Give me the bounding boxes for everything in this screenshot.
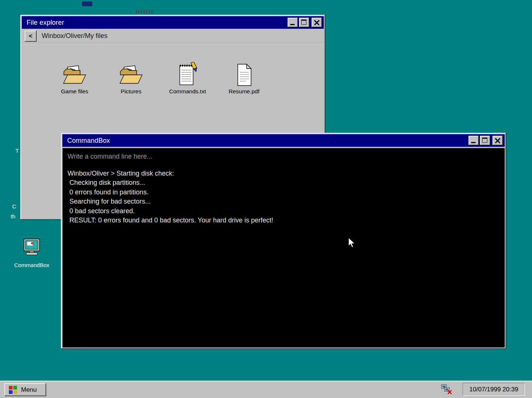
file-label: Game files [61, 88, 88, 95]
maximize-icon[interactable] [480, 136, 490, 145]
taskbar-clock[interactable]: 10/07/1999 20:39 [463, 383, 525, 396]
network-disconnected-icon[interactable] [441, 384, 452, 394]
partial-desktop-icon-fragment [82, 1, 92, 6]
file-list: Game files Pictures [22, 62, 324, 95]
notepad-text-file-icon [175, 62, 200, 86]
minimize-icon[interactable] [288, 18, 298, 27]
close-icon[interactable] [312, 18, 322, 27]
file-label: Pictures [121, 88, 141, 95]
terminal-line: RESULT: 0 errors found and 0 bad sectors… [68, 216, 500, 225]
file-item-pictures[interactable]: Pictures [107, 62, 155, 95]
folder-icon [119, 62, 143, 86]
file-item-commands-txt[interactable]: Commands.txt [164, 62, 212, 95]
mouse-cursor [348, 237, 357, 250]
terminal-line: 0 bad sectors cleared. [68, 207, 500, 216]
commandbox-titlebar[interactable]: CommandBox [62, 134, 505, 147]
window-title: CommandBox [67, 137, 467, 145]
terminal-line: Checking disk partitions... [68, 178, 500, 187]
terminal-line: 0 errors found in partitions. [68, 188, 500, 197]
partial-desktop-icon-label: T [16, 148, 19, 154]
window-title: File explorer [27, 19, 286, 27]
file-label: Resume.pdf [229, 88, 260, 95]
partial-desktop-icon-label: C [12, 203, 16, 210]
computer-monitor-icon [21, 238, 42, 260]
file-item-resume-pdf[interactable]: Resume.pdf [220, 62, 268, 95]
desktop-icon-label: CommandBox [14, 262, 49, 268]
folder-icon [62, 62, 87, 86]
file-item-game-files[interactable]: Game files [51, 62, 99, 95]
document-icon [232, 62, 256, 86]
terminal-line: Winbox/Oliver > Starting disk check: [68, 169, 500, 178]
address-bar: < Winbox/Oliver/My files [22, 29, 324, 44]
command-input[interactable] [68, 153, 260, 160]
partial-desktop-icon-fragment [136, 10, 153, 13]
close-icon[interactable] [492, 136, 503, 145]
current-path: Winbox/Oliver/My files [42, 32, 107, 40]
menu-button-label: Menu [21, 386, 37, 394]
menu-logo-icon [9, 386, 17, 394]
terminal-area[interactable]: Winbox/Oliver > Starting disk check: Che… [62, 148, 505, 347]
back-button[interactable]: < [25, 31, 37, 42]
terminal-output: Winbox/Oliver > Starting disk check: Che… [68, 169, 500, 225]
minimize-icon[interactable] [468, 136, 479, 145]
maximize-icon[interactable] [299, 18, 309, 27]
file-explorer-titlebar[interactable]: File explorer [22, 16, 324, 29]
file-label: Commands.txt [169, 88, 206, 95]
partial-desktop-icon-label: th [11, 213, 16, 219]
desktop-icon-commandbox[interactable]: CommandBox [10, 238, 53, 268]
taskbar: Menu 10/07/1999 20:39 [0, 381, 532, 398]
menu-button[interactable]: Menu [4, 383, 46, 396]
terminal-line: Searching for bad sectors... [68, 197, 500, 206]
commandbox-window: CommandBox Winbox/Oliver > Starting disk… [61, 133, 506, 349]
